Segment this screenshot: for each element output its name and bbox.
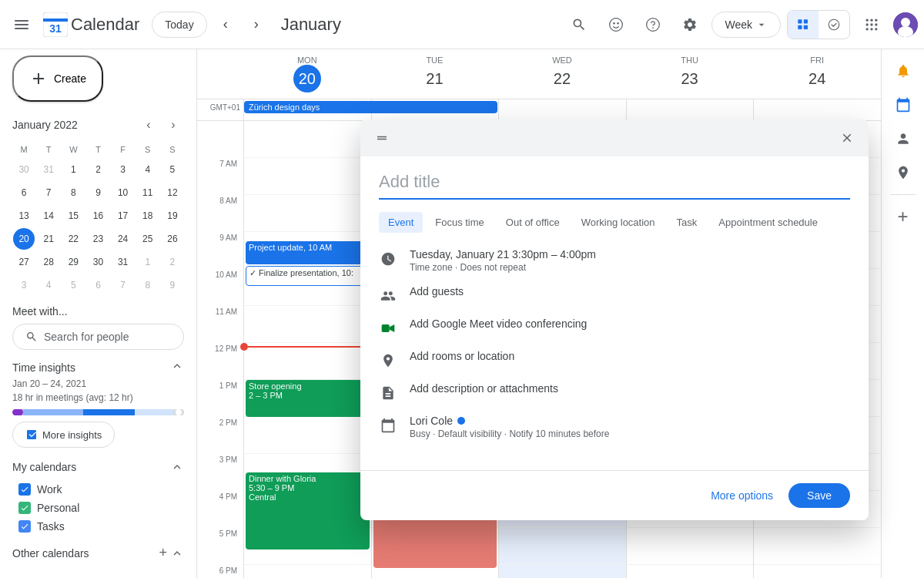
event-datetime-sub: Time zone · Does not repeat	[410, 262, 850, 273]
modal-drag-icon	[370, 126, 394, 150]
add-meet-button[interactable]: Add Google Meet video conferencing	[410, 318, 850, 330]
tab-task[interactable]: Task	[668, 212, 707, 233]
save-button[interactable]: Save	[788, 483, 850, 508]
modal-footer: More options Save	[360, 470, 869, 520]
tab-focus-time[interactable]: Focus time	[426, 212, 494, 233]
google-meet-icon	[379, 319, 397, 338]
clock-icon	[379, 250, 397, 268]
location-icon	[379, 351, 397, 370]
tab-event[interactable]: Event	[379, 212, 423, 233]
svg-marker-29	[390, 324, 395, 332]
event-title-input[interactable]	[379, 169, 850, 200]
calendar-small-icon	[379, 416, 397, 435]
calendar-owner: Lori Cole	[410, 415, 453, 427]
more-options-button[interactable]: More options	[705, 483, 779, 508]
modal-description-field: Add description or attachments	[379, 382, 850, 402]
people-icon	[379, 287, 397, 305]
add-guests-button[interactable]: Add guests	[410, 285, 850, 297]
svg-rect-28	[382, 324, 390, 332]
add-location-button[interactable]: Add rooms or location	[410, 350, 850, 362]
event-creation-modal: Event Focus time Out of office Working l…	[360, 119, 869, 520]
modal-body: Event Focus time Out of office Working l…	[360, 156, 869, 470]
modal-overlay: Event Focus time Out of office Working l…	[0, 0, 924, 578]
calendar-settings: Busy · Default visibility · Notify 10 mi…	[410, 428, 850, 439]
tab-working-location[interactable]: Working location	[572, 212, 665, 233]
tab-appointment-schedule[interactable]: Appointment schedule	[709, 212, 827, 233]
modal-calendar-field: Lori Cole Busy · Default visibility · No…	[379, 415, 850, 439]
event-datetime[interactable]: Tuesday, January 21 3:30pm – 4:00pm	[410, 248, 850, 260]
calendar-color-dot	[457, 417, 465, 425]
modal-close-button[interactable]	[835, 126, 859, 150]
modal-meet-field: Add Google Meet video conferencing	[379, 318, 850, 338]
modal-datetime-field: Tuesday, January 21 3:30pm – 4:00pm Time…	[379, 248, 850, 273]
modal-tabs: Event Focus time Out of office Working l…	[379, 212, 850, 233]
add-description-button[interactable]: Add description or attachments	[410, 382, 850, 395]
tab-out-of-office[interactable]: Out of office	[497, 212, 569, 233]
modal-guests-field: Add guests	[379, 285, 850, 305]
description-icon	[379, 384, 397, 402]
modal-header	[360, 119, 869, 156]
modal-location-field: Add rooms or location	[379, 350, 850, 370]
